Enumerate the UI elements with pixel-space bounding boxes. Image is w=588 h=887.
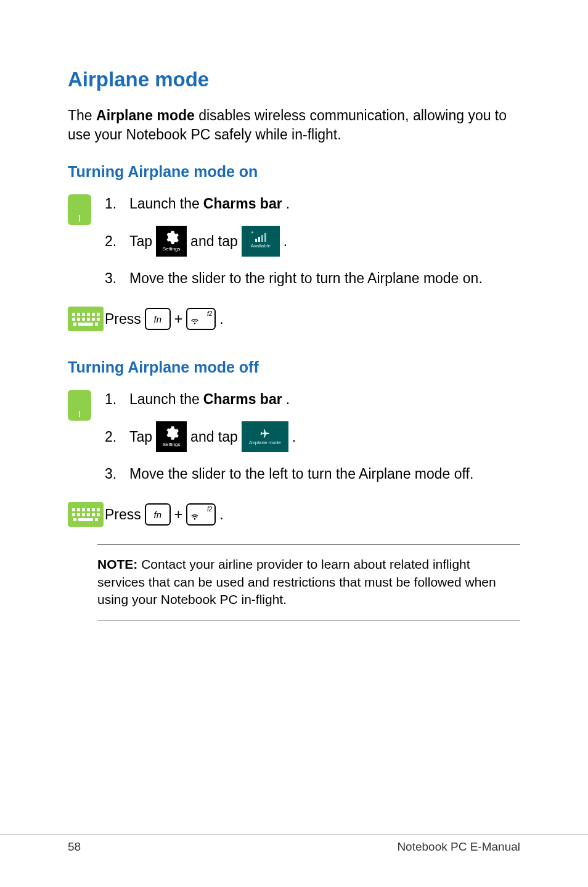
step2-c: .	[292, 427, 296, 447]
step-2: 2. Tap Settings and tap * Available	[105, 226, 520, 257]
step3-text: Move the slider to the left to turn the …	[129, 464, 520, 484]
intro-bold: Airplane mode	[96, 107, 195, 123]
step1-post: .	[286, 390, 290, 409]
intro-pre: The	[68, 107, 96, 123]
page-footer: 58 Notebook PC E-Manual	[0, 835, 588, 854]
intro-paragraph: The Airplane mode disables wireless comm…	[68, 106, 520, 144]
touch-steps-off: 1. Launch the Charms bar. 2. Tap Setting…	[68, 390, 520, 496]
steps-body: 1. Launch the Charms bar. 2. Tap Setting…	[105, 390, 520, 496]
dot: .	[219, 311, 223, 328]
step-3: 3. Move the slider to the left to turn t…	[105, 464, 520, 484]
note-body: Contact your airline provider to learn a…	[97, 557, 496, 606]
step2-b: and tap	[190, 427, 238, 447]
step-number: 2.	[105, 427, 129, 447]
note-block: NOTE: Contact your airline provider to l…	[97, 544, 520, 621]
airplane-label: Airplane mode	[249, 440, 281, 447]
airplane-icon	[259, 427, 271, 439]
svg-point-0	[195, 323, 195, 324]
press-label: Press	[105, 506, 141, 523]
step-number: 2.	[105, 232, 129, 251]
step-number: 3.	[105, 464, 129, 484]
section-heading-on: Turning Airplane mode on	[68, 163, 520, 181]
svg-point-1	[195, 519, 195, 519]
fn-key-icon: fn	[145, 503, 171, 526]
keyboard-shortcut-on: Press fn + f2 .	[68, 307, 520, 331]
keyboard-icon	[68, 307, 104, 331]
settings-label: Settings	[163, 246, 181, 253]
gear-icon	[163, 425, 179, 441]
keyboard-icon	[68, 502, 104, 527]
icon-col	[68, 390, 105, 421]
note-bold: NOTE:	[97, 557, 137, 571]
dot: .	[219, 506, 223, 523]
step1-pre: Launch the	[129, 390, 200, 409]
touch-steps-on: 1. Launch the Charms bar. 2. Tap Setting…	[68, 194, 520, 300]
touchpad-icon	[68, 390, 91, 421]
icon-col	[68, 307, 105, 331]
step2-c: .	[284, 232, 287, 251]
step-number: 1.	[105, 390, 129, 409]
keyboard-shortcut-off: Press fn + f2 .	[68, 502, 520, 527]
settings-tile-icon: Settings	[156, 226, 187, 257]
step2-b: and tap	[190, 232, 238, 251]
step2-a: Tap	[129, 232, 152, 251]
press-label: Press	[105, 311, 141, 328]
page-title: Airplane mode	[68, 68, 520, 91]
page-number: 58	[68, 840, 81, 854]
step1-pre: Launch the	[129, 194, 200, 213]
network-available-tile-icon: * Available	[242, 226, 280, 257]
plus-label: +	[174, 506, 182, 523]
page: Airplane mode The Airplane mode disables…	[0, 0, 588, 887]
touchpad-icon	[68, 194, 91, 225]
fn-key-icon: fn	[145, 308, 171, 330]
step-2: 2. Tap Settings and tap Airplane mode .	[105, 421, 520, 452]
step-1: 1. Launch the Charms bar.	[105, 194, 520, 213]
steps-body: 1. Launch the Charms bar. 2. Tap Setting…	[105, 194, 520, 300]
footer-label: Notebook PC E-Manual	[397, 840, 520, 854]
airplane-mode-tile-icon: Airplane mode	[242, 421, 288, 452]
step3-text: Move the slider to the right to turn the…	[129, 269, 520, 288]
f2-key-icon: f2	[186, 308, 216, 330]
settings-tile-icon: Settings	[156, 421, 187, 452]
icon-col	[68, 194, 105, 225]
wifi-icon	[190, 512, 200, 522]
f2-key-icon: f2	[186, 503, 216, 526]
icon-col	[68, 502, 105, 527]
wifi-icon	[190, 316, 200, 326]
step1-post: .	[286, 194, 290, 213]
available-label: Available	[251, 243, 271, 250]
section-heading-off: Turning Airplane mode off	[68, 358, 520, 376]
step2-a: Tap	[129, 427, 152, 447]
plus-label: +	[174, 311, 182, 328]
signal-bars-icon: *	[255, 233, 266, 242]
step-1: 1. Launch the Charms bar.	[105, 390, 520, 409]
step-3: 3. Move the slider to the right to turn …	[105, 269, 520, 288]
step-number: 1.	[105, 194, 129, 213]
step-number: 3.	[105, 269, 129, 288]
settings-label: Settings	[163, 442, 181, 448]
step1-bold: Charms bar	[203, 390, 282, 409]
step1-bold: Charms bar	[203, 194, 282, 213]
gear-icon	[163, 229, 179, 245]
f2-label: f2	[207, 310, 212, 317]
f2-label: f2	[207, 506, 212, 513]
